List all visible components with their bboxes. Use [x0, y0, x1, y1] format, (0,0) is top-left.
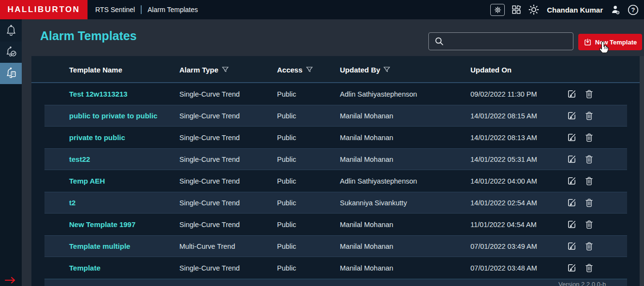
alarm-type-cell: Single-Curve Trend [179, 112, 277, 120]
edit-template-button[interactable] [566, 110, 577, 121]
edit-template-button[interactable] [566, 241, 577, 252]
new-template-button[interactable]: New Template [578, 34, 642, 50]
updated-on-cell: 09/02/2022 11:30 PM [470, 90, 563, 98]
alarm-type-cell: Single-Curve Trend [179, 177, 277, 185]
template-name-link[interactable]: t2 [69, 199, 75, 207]
table-row: Temp AEH Single-Curve Trend Public Adlin… [44, 170, 627, 192]
edit-template-button[interactable] [566, 197, 577, 208]
edit-template-button[interactable] [566, 219, 577, 230]
column-header-template-name[interactable]: Template Name [44, 66, 179, 74]
delete-template-button[interactable] [584, 110, 594, 121]
template-name-link[interactable]: Temp AEH [69, 177, 105, 185]
trash-icon [584, 197, 594, 208]
alarm-type-cell: Single-Curve Trend [179, 221, 277, 229]
edit-template-button[interactable] [566, 154, 577, 165]
delete-template-button[interactable] [584, 262, 594, 273]
help-icon: ? [627, 4, 639, 16]
app-name[interactable]: RTS Sentinel [95, 6, 135, 14]
updated-by-cell: Manilal Mohanan [340, 156, 470, 163]
page-title: Alarm Templates [40, 29, 137, 43]
alarm-type-cell: Single-Curve Trend [179, 134, 277, 142]
updated-by-cell: Manilal Mohanan [340, 264, 470, 272]
svg-text:?: ? [631, 6, 635, 14]
filter-icon[interactable] [306, 67, 313, 73]
sidebar-item-alarm-acknowledge[interactable] [0, 42, 22, 63]
search-box[interactable] [428, 32, 573, 50]
edit-icon [566, 219, 577, 230]
updated-by-cell: Manilal Mohanan [340, 243, 470, 250]
edit-template-button[interactable] [566, 262, 577, 273]
column-header-updated-on[interactable]: Updated On [470, 66, 563, 74]
edit-template-button[interactable] [566, 175, 577, 186]
delete-template-button[interactable] [584, 219, 594, 230]
apps-grid-button[interactable] [511, 4, 522, 15]
breadcrumb: RTS Sentinel Alarm Templates [95, 5, 198, 14]
access-cell: Public [277, 243, 340, 250]
top-bar: HALLIBURTON RTS Sentinel Alarm Templates [0, 0, 644, 19]
edit-icon [566, 241, 577, 252]
templates-table: Template Name Alarm Type Access Updated … [31, 56, 641, 286]
template-name-link[interactable]: New Template 1997 [69, 220, 135, 229]
column-header-alarm-type[interactable]: Alarm Type [179, 66, 277, 74]
filter-icon[interactable] [383, 67, 390, 73]
trash-icon [584, 110, 594, 121]
table-row: New Template 1997 Single-Curve Trend Pub… [44, 214, 627, 235]
sidebar-item-alarms[interactable] [0, 20, 22, 42]
sidebar-item-alarm-templates[interactable] [0, 63, 22, 84]
user-profile-button[interactable] [610, 4, 621, 15]
delete-template-button[interactable] [584, 197, 594, 208]
delete-template-button[interactable] [584, 132, 594, 143]
alarm-type-cell: Multi-Curve Trend [179, 243, 277, 250]
edit-icon [566, 110, 577, 121]
template-name-link[interactable]: Template multiple [69, 242, 130, 250]
filter-icon[interactable] [222, 67, 229, 73]
template-name-link[interactable]: private to public [69, 133, 125, 142]
access-cell: Public [277, 90, 340, 98]
alarm-templates-icon [5, 67, 17, 80]
theme-brightness-button[interactable] [528, 4, 540, 15]
updated-by-cell: Adlin Sathiyastephenson [340, 90, 470, 98]
edit-template-button[interactable] [566, 88, 577, 100]
alarm-type-cell: Single-Curve Trend [179, 264, 277, 272]
search-icon [434, 36, 444, 46]
column-header-access[interactable]: Access [277, 66, 340, 74]
delete-template-button[interactable] [584, 241, 594, 252]
edit-template-button[interactable] [566, 132, 577, 143]
help-button[interactable]: ? [627, 4, 639, 16]
alarm-acknowledge-icon [5, 45, 17, 59]
gear-icon [494, 6, 502, 14]
updated-by-cell: Sukanniya Sivankutty [340, 199, 470, 207]
alarm-type-cell: Single-Curve Trend [179, 90, 277, 98]
access-cell: Public [277, 112, 340, 120]
updated-on-cell: 14/01/2022 08:15 AM [470, 112, 563, 120]
delete-template-button[interactable] [584, 154, 594, 165]
edit-icon [566, 88, 577, 100]
trash-icon [584, 154, 594, 165]
delete-template-button[interactable] [584, 175, 594, 186]
table-row: Template multiple Multi-Curve Trend Publ… [44, 235, 627, 257]
alarm-bell-icon [5, 24, 17, 38]
sidebar-expand-button[interactable] [4, 277, 17, 286]
template-name-link[interactable]: public to private to public [69, 112, 158, 120]
template-name-link[interactable]: Test 12w1313213 [69, 90, 128, 98]
updated-on-cell: 14/01/2022 05:31 AM [470, 156, 563, 163]
edit-icon [566, 175, 577, 186]
updated-on-cell: 14/01/2022 02:54 AM [470, 199, 563, 207]
template-name-link[interactable]: Template [69, 264, 101, 272]
updated-by-cell: Manilal Mohanan [340, 134, 470, 142]
updated-on-cell: 07/01/2022 03:49 AM [470, 243, 563, 250]
settings-button[interactable] [490, 4, 505, 16]
delete-template-button[interactable] [584, 88, 594, 100]
halliburton-logo[interactable]: HALLIBURTON [0, 0, 88, 19]
breadcrumb-divider [141, 5, 142, 14]
table-row: Test 12w1313213 Single-Curve Trend Publi… [44, 83, 627, 105]
template-name-link[interactable]: test22 [69, 155, 90, 163]
apps-grid-icon [511, 4, 522, 15]
updated-on-cell: 14/01/2022 08:13 AM [470, 134, 563, 142]
vertical-scrollbar[interactable] [640, 56, 644, 286]
access-cell: Public [277, 177, 340, 185]
search-input[interactable] [448, 38, 569, 45]
access-cell: Public [277, 264, 340, 272]
column-header-updated-by[interactable]: Updated By [340, 66, 470, 74]
updated-by-cell: Adlin Sathiyastephenson [340, 177, 470, 185]
